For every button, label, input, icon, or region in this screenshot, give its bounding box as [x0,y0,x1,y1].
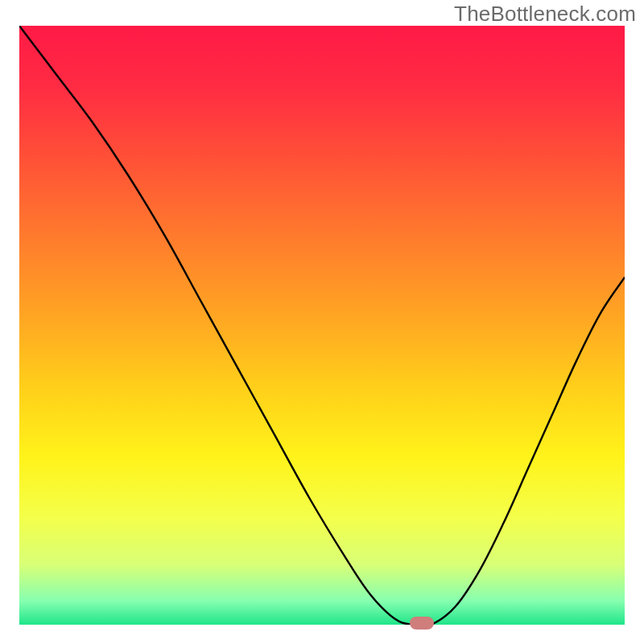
optimal-point-marker [410,617,434,630]
bottleneck-chart [19,26,625,625]
gradient-background [19,26,625,625]
chart-container: TheBottleneck.com [0,0,644,644]
watermark-text: TheBottleneck.com [454,2,636,27]
